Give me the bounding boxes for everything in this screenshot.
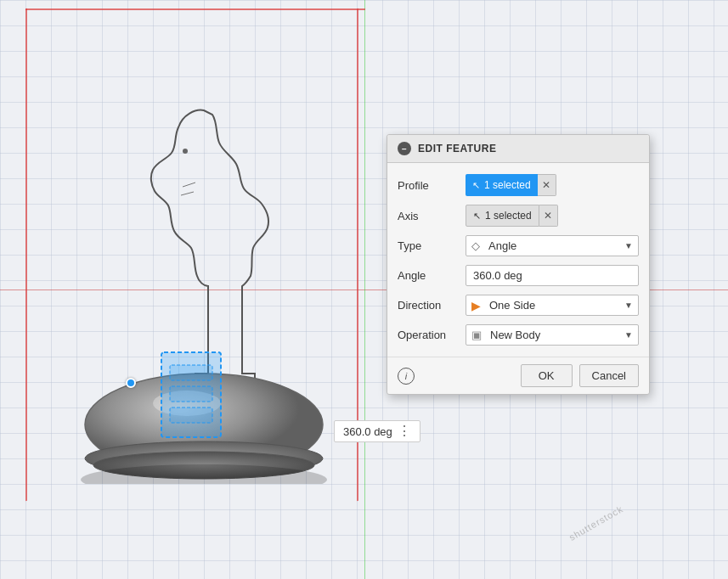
axis-point xyxy=(126,378,136,388)
svg-rect-10 xyxy=(170,386,212,402)
type-row: Type ◇ Angle ▼ xyxy=(387,231,649,261)
angle-value: 360.0 deg xyxy=(343,425,392,438)
operation-dropdown[interactable]: ▣ New Body ▼ xyxy=(466,324,639,346)
direction-value: One Side xyxy=(486,295,619,315)
angle-row: Angle xyxy=(387,261,649,290)
model-area xyxy=(34,68,365,518)
operation-arrow-icon[interactable]: ▼ xyxy=(619,327,638,343)
axis-row: Axis ↖ 1 selected ✕ xyxy=(387,200,649,231)
direction-arrow-icon[interactable]: ▼ xyxy=(619,297,638,313)
axis-selected-group: ↖ 1 selected ✕ xyxy=(466,205,639,227)
type-dropdown[interactable]: ◇ Angle ▼ xyxy=(466,235,639,256)
svg-line-1 xyxy=(181,192,194,195)
type-label: Type xyxy=(398,239,466,252)
profile-clear-button[interactable]: ✕ xyxy=(538,174,556,196)
dialog-header: − EDIT FEATURE xyxy=(387,135,649,163)
angle-label-bubble[interactable]: 360.0 deg ⋮ xyxy=(334,420,420,442)
sketch-plane-left xyxy=(25,8,27,502)
selection-highlight xyxy=(157,348,225,441)
footer-buttons: OK Cancel xyxy=(521,364,639,387)
angle-input[interactable] xyxy=(466,265,639,286)
profile-row: Profile ↖ 1 selected ✕ xyxy=(387,170,649,200)
svg-rect-9 xyxy=(170,365,212,380)
profile-selected-button[interactable]: ↖ 1 selected xyxy=(466,174,538,196)
type-icon: ◇ xyxy=(466,239,485,252)
axis-selected-button[interactable]: ↖ 1 selected xyxy=(466,205,539,227)
svg-line-0 xyxy=(183,183,195,187)
operation-label: Operation xyxy=(398,329,466,341)
operation-control[interactable]: ▣ New Body ▼ xyxy=(466,324,639,346)
ok-button[interactable]: OK xyxy=(521,364,573,387)
profile-selected-group: ↖ 1 selected ✕ xyxy=(466,174,639,196)
dialog-minimize-icon[interactable]: − xyxy=(398,142,411,155)
axis-selected-text: 1 selected xyxy=(485,210,532,222)
info-icon[interactable]: i xyxy=(398,368,415,385)
svg-point-2 xyxy=(183,149,188,154)
axis-clear-button[interactable]: ✕ xyxy=(539,205,558,227)
direction-dropdown[interactable]: ▶ One Side ▼ xyxy=(466,295,639,316)
dialog-body: Profile ↖ 1 selected ✕ Axis xyxy=(387,163,649,357)
viewport: shutterstock 360.0 deg ⋮ − EDIT FEATURE … xyxy=(0,0,728,579)
edit-feature-dialog: − EDIT FEATURE Profile ↖ 1 selected ✕ xyxy=(387,134,650,395)
profile-selected-text: 1 selected xyxy=(484,179,531,191)
direction-control[interactable]: ▶ One Side ▼ xyxy=(466,295,639,316)
watermark: shutterstock xyxy=(567,503,624,542)
profile-label: Profile xyxy=(398,179,466,192)
operation-value: New Body xyxy=(487,325,619,345)
type-value: Angle xyxy=(485,236,619,256)
direction-icon: ▶ xyxy=(466,299,486,312)
angle-control[interactable] xyxy=(466,265,639,286)
operation-icon: ▣ xyxy=(466,329,487,341)
dialog-footer: i OK Cancel xyxy=(387,357,649,394)
type-control[interactable]: ◇ Angle ▼ xyxy=(466,235,639,256)
angle-dots-button[interactable]: ⋮ xyxy=(398,424,411,438)
dialog-title: EDIT FEATURE xyxy=(418,143,496,155)
operation-row: Operation ▣ New Body ▼ xyxy=(387,320,649,350)
axis-control: ↖ 1 selected ✕ xyxy=(466,205,639,227)
direction-label: Direction xyxy=(398,299,466,312)
axis-label: Axis xyxy=(398,210,466,222)
svg-rect-11 xyxy=(170,408,212,423)
direction-row: Direction ▶ One Side ▼ xyxy=(387,290,649,320)
axis-cursor-icon: ↖ xyxy=(473,211,481,222)
sketch-plane-top xyxy=(25,8,365,10)
type-arrow-icon[interactable]: ▼ xyxy=(619,238,638,254)
profile-control: ↖ 1 selected ✕ xyxy=(466,174,639,196)
angle-label: Angle xyxy=(398,269,466,282)
cursor-icon: ↖ xyxy=(472,180,480,191)
cancel-button[interactable]: Cancel xyxy=(579,364,639,387)
